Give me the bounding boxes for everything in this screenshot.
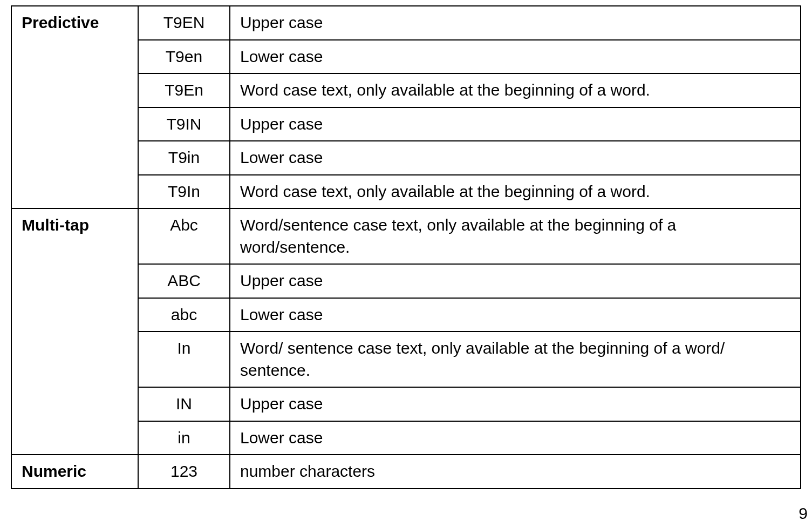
table-row: Predictive T9EN Upper case	[11, 6, 801, 40]
code-cell: in	[138, 421, 230, 455]
code-cell: ABC	[138, 264, 230, 298]
group-multitap-label: Multi-tap	[11, 208, 138, 455]
code-cell: T9en	[138, 40, 230, 74]
code-cell: T9En	[138, 73, 230, 107]
code-cell: 123	[138, 455, 230, 489]
group-predictive-label: Predictive	[11, 6, 138, 208]
desc-cell: Lower case	[230, 40, 801, 74]
code-cell: In	[138, 332, 230, 387]
code-cell: T9In	[138, 175, 230, 209]
group-numeric-label: Numeric	[11, 455, 138, 489]
input-modes-table: Predictive T9EN Upper case T9en Lower ca…	[11, 5, 801, 489]
desc-cell: Lower case	[230, 421, 801, 455]
code-cell: T9in	[138, 141, 230, 175]
page-number: 9	[799, 504, 808, 523]
code-cell: T9IN	[138, 107, 230, 141]
desc-cell: number characters	[230, 455, 801, 489]
desc-cell: Upper case	[230, 6, 801, 40]
desc-cell: Word case text, only available at the be…	[230, 175, 801, 209]
desc-cell: Lower case	[230, 298, 801, 332]
code-cell: T9EN	[138, 6, 230, 40]
desc-cell: Word/sentence case text, only available …	[230, 208, 801, 264]
desc-cell: Word/ sentence case text, only available…	[230, 332, 801, 387]
code-cell: Abc	[138, 208, 230, 264]
table-row: Multi-tap Abc Word/sentence case text, o…	[11, 208, 801, 264]
desc-cell: Lower case	[230, 141, 801, 175]
desc-cell: Upper case	[230, 107, 801, 141]
code-cell: IN	[138, 387, 230, 421]
code-cell: abc	[138, 298, 230, 332]
table-row: Numeric 123 number characters	[11, 455, 801, 489]
desc-cell: Upper case	[230, 264, 801, 298]
desc-cell: Upper case	[230, 387, 801, 421]
desc-cell: Word case text, only available at the be…	[230, 73, 801, 107]
